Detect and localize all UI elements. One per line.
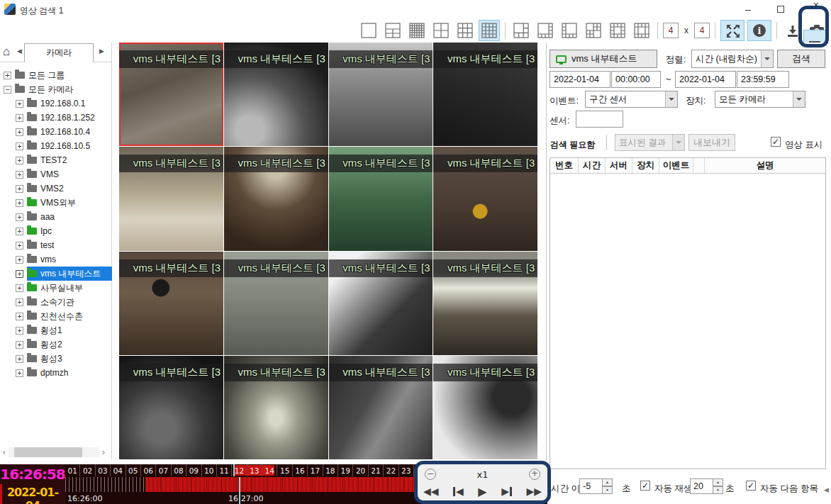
tree-item[interactable]: + 모든 그룹 xyxy=(0,68,112,82)
tree-expander-icon[interactable]: + xyxy=(16,270,23,278)
collapse-panel-icon[interactable]: ◀ xyxy=(824,486,829,493)
tree-expander-icon[interactable]: + xyxy=(16,327,23,335)
maximize-button[interactable] xyxy=(770,3,791,17)
video-tile[interactable]: vms 내부테스트 [3 xyxy=(433,147,537,250)
hour-scale[interactable]: 0102030405060708091011121314151617181920… xyxy=(65,464,430,476)
auto-play-checkbox[interactable]: ✓ xyxy=(640,481,650,491)
tree-item[interactable]: + 소속기관 xyxy=(0,295,112,309)
tree-expander-icon[interactable]: + xyxy=(16,228,23,235)
layout-ring-8-button[interactable] xyxy=(631,20,652,41)
tree-expander-icon[interactable]: + xyxy=(16,142,23,150)
tab-camera[interactable]: 카메라 xyxy=(24,43,94,62)
search-button[interactable]: 검색 xyxy=(777,50,825,68)
scale-playhead[interactable] xyxy=(233,464,235,476)
hour-cell[interactable]: 08 xyxy=(172,464,186,476)
chevron-down-icon[interactable] xyxy=(665,91,677,107)
layout-6x6-button[interactable] xyxy=(406,20,428,41)
scrollbar-track[interactable] xyxy=(9,447,99,457)
video-tile[interactable]: vms 내부테스트 [3 xyxy=(433,252,537,355)
tree-expander-icon[interactable]: + xyxy=(16,369,23,377)
tab-scroll-left-icon[interactable]: ◀ xyxy=(17,47,22,55)
play-button[interactable]: ▶ xyxy=(478,485,486,498)
tree-expander-icon[interactable]: + xyxy=(4,72,11,79)
layout-1x1-button[interactable] xyxy=(358,20,379,41)
hour-cell[interactable]: 19 xyxy=(338,464,353,476)
video-tile[interactable]: vms 내부테스트 [3 xyxy=(119,147,223,250)
hour-cell[interactable]: 03 xyxy=(96,464,111,476)
chevron-down-icon[interactable] xyxy=(793,91,805,107)
tree-expander-icon[interactable]: + xyxy=(16,157,23,164)
tree-item[interactable]: + dptmzh xyxy=(0,366,112,380)
hour-cell[interactable]: 13 xyxy=(247,464,262,476)
tree-item[interactable]: + test xyxy=(0,238,112,252)
results-column-header[interactable]: 이벤트 xyxy=(659,158,693,174)
tree-expander-icon[interactable]: + xyxy=(16,242,23,250)
tree-item[interactable]: + 횡성3 xyxy=(0,352,112,366)
next-frame-button[interactable]: ▶ xyxy=(501,486,512,497)
spin-up-icon[interactable]: ▲ xyxy=(713,478,723,486)
video-tile[interactable]: vms 내부테스트 [3 xyxy=(224,356,328,459)
tree-expander-icon[interactable]: + xyxy=(16,341,23,349)
video-tile[interactable]: vms 내부테스트 [3 xyxy=(224,43,328,146)
hour-cell[interactable]: 09 xyxy=(186,464,201,476)
tree-item[interactable]: + TEST2 xyxy=(0,153,112,167)
video-tile[interactable]: vms 내부테스트 [3 xyxy=(119,252,223,355)
video-tile[interactable]: vms 내부테스트 [3 xyxy=(329,252,433,355)
tree-item[interactable]: + 사무실내부 xyxy=(0,281,112,295)
hour-cell[interactable]: 04 xyxy=(111,464,126,476)
results-column-header[interactable]: 서버 xyxy=(606,158,632,174)
auto-next-checkbox[interactable]: ✓ xyxy=(746,481,756,491)
hour-cell[interactable]: 02 xyxy=(80,464,95,476)
tree-item[interactable]: + aaa xyxy=(0,210,112,224)
hour-cell[interactable]: 23 xyxy=(399,464,414,476)
results-column-header[interactable] xyxy=(693,158,705,174)
tree-expander-icon[interactable]: − xyxy=(4,86,11,94)
time-from-input[interactable]: 00:00:00 xyxy=(611,71,661,88)
layout-2x2-button[interactable] xyxy=(430,20,452,41)
fast-forward-button[interactable]: ▶▶ xyxy=(526,486,542,497)
auto-play-spinner[interactable]: 20 ▲▼ xyxy=(690,478,723,494)
tree-expander-icon[interactable]: + xyxy=(16,213,23,221)
camera-dropdown[interactable]: 모든 카메라 xyxy=(715,91,805,108)
playhead[interactable] xyxy=(239,477,240,504)
spin-down-icon[interactable]: ▼ xyxy=(603,486,613,494)
video-tile[interactable]: vms 내부테스트 [3 xyxy=(224,147,328,250)
spin-down-icon[interactable]: ▼ xyxy=(713,486,723,494)
tree-expander-icon[interactable]: + xyxy=(16,114,23,122)
tree-item[interactable]: + 횡성2 xyxy=(0,337,112,352)
video-tile[interactable]: vms 내부테스트 [3 xyxy=(119,43,223,146)
hour-cell[interactable]: 22 xyxy=(384,464,398,476)
hour-cell[interactable]: 11 xyxy=(217,464,232,476)
layout-3x3-button[interactable] xyxy=(454,20,476,41)
tree-expander-icon[interactable]: + xyxy=(16,313,23,320)
selected-device-button[interactable]: vms 내부테스트 xyxy=(550,50,657,68)
results-column-header[interactable]: 번호 xyxy=(550,158,579,174)
grid-rows-input[interactable]: 4 xyxy=(694,23,710,38)
tree-expander-icon[interactable]: + xyxy=(16,185,23,193)
grid-cols-input[interactable]: 4 xyxy=(663,23,679,38)
home-icon[interactable]: ⌂ xyxy=(3,45,10,59)
tree-item[interactable]: + 192.168.1.252 xyxy=(0,111,112,125)
video-tile[interactable]: vms 내부테스트 [3 xyxy=(224,252,328,355)
hour-cell[interactable]: 15 xyxy=(277,464,292,476)
tree-item[interactable]: + vms xyxy=(0,252,112,267)
export-button[interactable]: 내보내기 xyxy=(688,134,735,151)
scroll-right-icon[interactable]: › xyxy=(99,447,108,458)
tab-scroll-right-icon[interactable]: ▶ xyxy=(99,47,104,55)
tree-item[interactable]: + vms 내부테스트 xyxy=(0,267,112,281)
hour-cell[interactable]: 20 xyxy=(353,464,368,476)
scroll-left-icon[interactable]: ‹ xyxy=(0,447,9,458)
video-tile[interactable]: vms 내부테스트 [3 xyxy=(329,43,433,146)
time-move-spinner[interactable]: -5 ▲▼ xyxy=(579,478,613,494)
tree-item[interactable]: + VMS외부 xyxy=(0,196,112,210)
tree-expander-icon[interactable]: + xyxy=(16,128,23,136)
sensor-input[interactable] xyxy=(576,111,623,128)
rewind-button[interactable]: ◀◀ xyxy=(423,486,439,497)
show-video-checkbox[interactable]: ✓ xyxy=(771,137,781,147)
tree-expander-icon[interactable]: + xyxy=(16,284,23,292)
timeline-zoom-out-button[interactable]: − xyxy=(425,469,436,480)
tree-item[interactable]: + 192.168.10.4 xyxy=(0,125,112,139)
hour-cell[interactable]: 18 xyxy=(323,464,338,476)
video-tile[interactable]: vms 내부테스트 [3 xyxy=(433,43,537,146)
layout-1-plus-7b-button[interactable] xyxy=(559,20,580,41)
